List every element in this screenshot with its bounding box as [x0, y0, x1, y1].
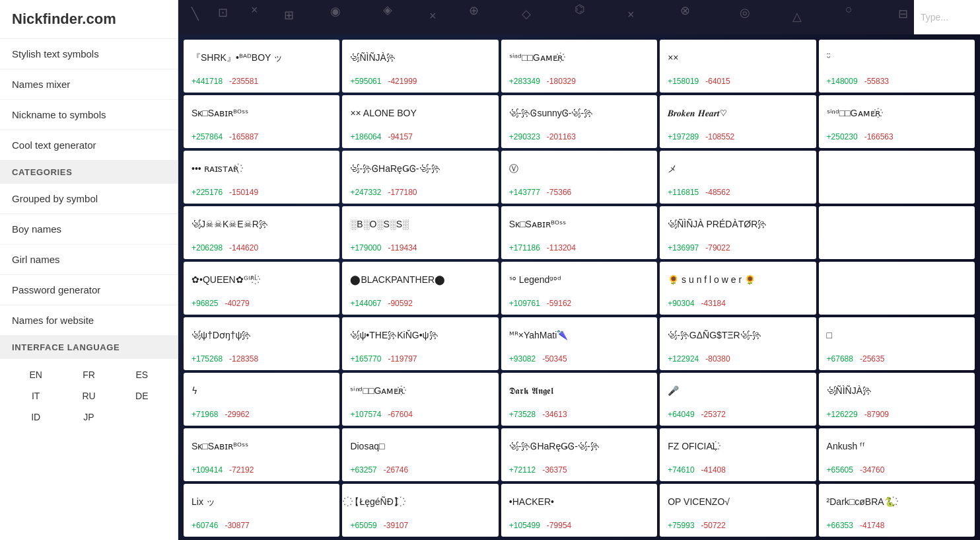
decor-6: ◈	[383, 3, 392, 17]
symbol-card[interactable]	[819, 206, 975, 259]
category-grouped-by-symbol[interactable]: Grouped by symbol	[0, 184, 178, 214]
symbol-card[interactable]: ꧁ψ•THE꧂KiŇG•ψ꧂+165770-119797	[342, 317, 498, 370]
symbol-card[interactable]: Sĸ□Sᴀʙɪʀᴮᴼˢˢ+109414-72192	[184, 428, 339, 481]
symbol-card[interactable]: ꧁ψ†Dơŋ†ψ꧂+175268-128358	[184, 317, 339, 370]
lang-de[interactable]: DE	[118, 388, 166, 404]
symbol-card[interactable]: ᵕ̈+148009-55833	[819, 40, 975, 93]
symbol-card[interactable]: ꧁-꧂GΔÑG$TΞR꧁-꧂+122924-80380	[660, 317, 816, 370]
category-names-for-website[interactable]: Names for website	[0, 305, 178, 336]
symbol-card[interactable]: ꧁ÑÌÑJÀ PRÉDÀTØR꧂+136997-79022	[660, 206, 816, 259]
symbol-card[interactable]: ×× +158019-64015	[660, 40, 816, 93]
symbol-stats: +225176-150149	[192, 188, 332, 197]
symbol-stats: +179000-119434	[350, 243, 490, 252]
decor-10: ⌬	[575, 2, 585, 17]
symbol-card[interactable]: Diosaq□+63257-26746	[342, 428, 498, 481]
logo[interactable]: Nickfinder.com	[0, 0, 178, 39]
search-box[interactable]: Type...	[914, 0, 980, 34]
symbol-card[interactable]: Sĸ□Sᴀʙɪʀᴮᴼˢˢ+257864-165887	[184, 95, 339, 148]
stat-positive: +65059	[350, 521, 376, 530]
symbol-text: Sĸ□Sᴀʙɪʀᴮᴼˢˢ	[192, 102, 332, 126]
symbol-stats: +71968-29962	[192, 410, 332, 419]
symbol-card[interactable]: Ankush ᶠᶠ+65605-34760	[819, 428, 975, 481]
symbol-card[interactable]: ×× ALONE BOY+186064-94157	[342, 95, 498, 148]
symbol-card[interactable]: メ+116815-48562	[660, 151, 816, 204]
symbol-card[interactable]: FZ OFICIAL꙰+74610-41408	[660, 428, 816, 481]
symbol-card[interactable]: Sĸ□Sᴀʙɪʀᴮᴼˢˢ+171186-113204	[501, 206, 657, 259]
lang-ru[interactable]: RU	[65, 388, 112, 404]
symbol-card[interactable]: 🌻 s u n f l o w e r 🌻+90304-43184	[660, 262, 816, 315]
symbol-card[interactable]: ᴹᴿ×YahMati🌂+93082-50345	[501, 317, 657, 370]
symbol-card[interactable]	[819, 151, 975, 204]
decor-11: ×	[627, 8, 635, 22]
symbol-card[interactable]: 𝕯𝖆𝖗𝖐 𝕬𝖓𝖌𝖊𝖑+73528-34613	[501, 373, 657, 426]
lang-fr[interactable]: FR	[65, 367, 112, 383]
language-grid: ENFRESITRUDEIDJP	[0, 359, 178, 433]
symbol-card[interactable]: ⬤BLACKPANTHER⬤+144067-90592	[342, 262, 498, 315]
symbol-card[interactable]: ꧁-꧂ᎶHaRęǤᎶ-꧁-꧂+247332-177180	[342, 151, 498, 204]
symbol-card[interactable]: ꧁J☠☠K☠E☠R꧂+206298-144620	[184, 206, 339, 259]
stat-negative: -34613	[542, 410, 567, 419]
symbol-stats: +283349-180329	[509, 77, 649, 86]
nav-item-nickname-to-symbols[interactable]: Nickname to symbols	[0, 100, 178, 130]
symbol-card[interactable]: ²Dark□cøBRA🐍꙰+66353-41748	[819, 484, 975, 537]
symbol-text: Ankush ᶠᶠ	[827, 435, 967, 459]
symbol-card[interactable]: ˢⁱⁿᵈ□□Gᴀᴍᴇʀ꙰+107574-67604	[342, 373, 498, 426]
symbol-card[interactable]: 🎤+64049-25372	[660, 373, 816, 426]
lang-it[interactable]: IT	[12, 388, 59, 404]
symbol-card[interactable]: ˢⁱⁿᵈ□□Gᴀᴍᴇʀ꙰+250230-166563	[819, 95, 975, 148]
stat-negative: -119434	[388, 243, 417, 252]
symbol-card[interactable]: 𝑩𝒓𝒐𝒌𝒆𝒏 𝑯𝒆𝒂𝒓𝒕♡+197289-108552	[660, 95, 816, 148]
symbol-card[interactable]: □+67688-25635	[819, 317, 975, 370]
category-boy-names[interactable]: Boy names	[0, 214, 178, 245]
nav-item-stylish-text[interactable]: Stylish text symbols	[0, 39, 178, 69]
category-girl-names[interactable]: Girl names	[0, 245, 178, 275]
lang-en[interactable]: EN	[12, 367, 59, 383]
symbol-text: ˢᵒ Legendᵍᵒᵈ	[509, 268, 649, 292]
nav-item-names-mixer[interactable]: Names mixer	[0, 69, 178, 100]
symbol-stats: +107574-67604	[350, 410, 490, 419]
stat-positive: +148009	[827, 77, 858, 86]
symbol-card[interactable]: 『SHRK』•ᴮᴬᴰBOY ッ+441718-235581	[184, 40, 339, 93]
symbol-card[interactable]: ˢᵒ Legendᵍᵒᵈ+109761-59162	[501, 262, 657, 315]
stat-positive: +93082	[509, 354, 536, 364]
stat-negative: -87909	[864, 410, 889, 419]
symbol-card[interactable]: ꙰【ŁęgéÑĐ】꙰+65059-39107	[342, 484, 498, 537]
decor-3: ×	[251, 3, 258, 17]
symbol-card[interactable]: ˢⁱⁿᵈ□□Gᴀᴍᴇʀ꙰+283349-180329	[501, 40, 657, 93]
stat-positive: +179000	[350, 243, 381, 252]
stat-negative: -421999	[388, 77, 417, 86]
stat-negative: -201163	[547, 132, 576, 141]
lang-es[interactable]: ES	[118, 367, 166, 383]
stat-negative: -75366	[547, 188, 571, 197]
symbol-card[interactable]: •HACKER•+105499-79954	[501, 484, 657, 537]
lang-id[interactable]: ID	[12, 409, 59, 425]
stat-positive: +186064	[350, 132, 381, 141]
symbol-card[interactable]: ꧁ÑÌÑJÀ꧂+126229-87909	[819, 373, 975, 426]
symbol-card[interactable]: ꧁-꧂ᎶHaRęǤᎶ-꧁-꧂+72112-36375	[501, 428, 657, 481]
decor-15: ○	[845, 3, 853, 17]
decor-14: △	[792, 9, 802, 24]
stat-negative: -55833	[864, 77, 889, 86]
decor-13: ◎	[740, 5, 750, 20]
symbol-card[interactable]: ϟ+71968-29962	[184, 373, 339, 426]
stat-negative: -41408	[701, 465, 726, 475]
symbol-card[interactable]: ꧁ÑÌÑJÀ꧂+595061-421999	[342, 40, 498, 93]
stat-positive: +290323	[509, 132, 540, 141]
symbol-stats: +75993-50722	[668, 521, 808, 530]
symbol-card[interactable]: ꧁-꧂ᎶsunnyᎶ-꧁-꧂+290323-201163	[501, 95, 657, 148]
symbol-card[interactable]: OP VICENZO√+75993-50722	[660, 484, 816, 537]
symbol-text: ᵕ̈	[827, 46, 967, 70]
symbol-stats: +175268-128358	[192, 354, 332, 364]
symbol-card[interactable]	[819, 262, 975, 315]
symbol-card[interactable]: ✿•QUEEN✿ᴳᴵᴿᴸ꙰+96825-40279	[184, 262, 339, 315]
symbol-text: ×× ALONE BOY	[350, 102, 490, 126]
symbol-card[interactable]: ••• ʀᴀɪsᴛᴀʀ ꙰+225176-150149	[184, 151, 339, 204]
lang-jp[interactable]: JP	[65, 409, 112, 425]
stat-negative: -80380	[705, 354, 730, 364]
symbol-card[interactable]: ░B░O░S░S░+179000-119434	[342, 206, 498, 259]
symbol-card[interactable]: Ⓥ+143777-75366	[501, 151, 657, 204]
nav-item-cool-text[interactable]: Cool text generator	[0, 130, 178, 161]
category-password-generator[interactable]: Password generator	[0, 275, 178, 305]
symbol-card[interactable]: Lix ッ+60746-30877	[184, 484, 339, 537]
symbol-stats: +250230-166563	[827, 132, 967, 141]
